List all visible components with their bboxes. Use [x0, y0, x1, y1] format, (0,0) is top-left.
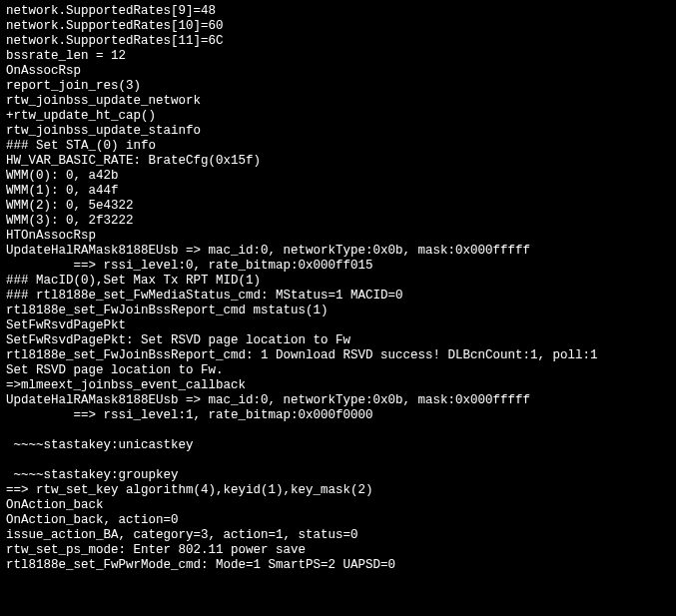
log-line: WMM(2): 0, 5e4322 [6, 199, 670, 214]
log-line: WMM(1): 0, a44f [6, 184, 670, 199]
log-line: rtl8188e_set_FwJoinBssReport_cmd mstatus… [6, 304, 670, 318]
log-line: rtw_joinbss_update_stainfo [6, 124, 670, 139]
log-line: rtl8188e_set_FwJoinBssReport_cmd: 1 Down… [6, 348, 670, 363]
log-line: bssrate_len = 12 [6, 49, 670, 64]
log-line: report_join_res(3) [6, 79, 670, 94]
log-line: Set RSVD page location to Fw. [6, 363, 670, 378]
log-line: SetFwRsvdPagePkt [6, 318, 670, 333]
log-line: ~~~~stastakey:unicastkey [6, 438, 670, 453]
log-line [6, 453, 670, 468]
log-line: HTOnAssocRsp [6, 229, 670, 244]
log-line: rtw_joinbss_update_network [6, 94, 670, 109]
log-line: OnAssocRsp [6, 64, 670, 79]
log-line: ### Set STA_(0) info [6, 139, 670, 154]
terminal-output: network.SupportedRates[9]=48network.Supp… [0, 0, 676, 577]
log-line: network.SupportedRates[11]=6C [6, 34, 670, 49]
log-line: network.SupportedRates[10]=60 [6, 19, 670, 34]
log-line: network.SupportedRates[9]=48 [6, 4, 670, 19]
log-line: +rtw_update_ht_cap() [6, 109, 670, 124]
log-line: ### MacID(0),Set Max Tx RPT MID(1) [6, 274, 670, 289]
log-line: rtw_set_ps_mode: Enter 802.11 power save [6, 543, 670, 558]
log-line: UpdateHalRAMask8188EUsb => mac_id:0, net… [6, 393, 670, 408]
log-line: ==> rssi_level:1, rate_bitmap:0x000f0000 [6, 408, 670, 423]
log-line: issue_action_BA, category=3, action=1, s… [6, 528, 670, 543]
log-line: UpdateHalRAMask8188EUsb => mac_id:0, net… [6, 244, 670, 259]
log-line: WMM(3): 0, 2f3222 [6, 214, 670, 229]
log-line: HW_VAR_BASIC_RATE: BrateCfg(0x15f) [6, 154, 670, 169]
log-line: rtl8188e_set_FwPwrMode_cmd: Mode=1 Smart… [6, 558, 670, 573]
log-line: ==> rtw_set_key algorithm(4),keyid(1),ke… [6, 483, 670, 498]
log-line [6, 423, 670, 438]
log-line: SetFwRsvdPagePkt: Set RSVD page location… [6, 333, 670, 348]
log-line: ~~~~stastakey:groupkey [6, 468, 670, 483]
log-line: OnAction_back [6, 498, 670, 513]
log-line: OnAction_back, action=0 [6, 513, 670, 528]
log-line: =>mlmeext_joinbss_event_callback [6, 378, 670, 393]
log-line: ==> rssi_level:0, rate_bitmap:0x000ff015 [6, 259, 670, 274]
log-line: WMM(0): 0, a42b [6, 169, 670, 184]
log-line: ### rtl8188e_set_FwMediaStatus_cmd: MSta… [6, 289, 670, 304]
